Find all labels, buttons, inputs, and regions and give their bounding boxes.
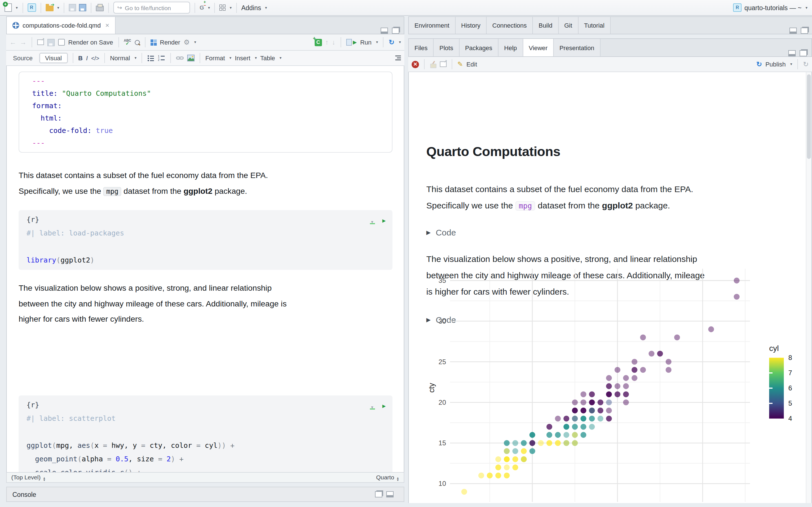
editor-paragraph-2[interactable]: The visualization below shows a positive… — [18, 281, 393, 327]
code-chunk-load-packages[interactable]: {r}#| label: load-packages library(ggplo… — [18, 210, 393, 270]
version-control-icon[interactable]: G+− — [200, 2, 204, 13]
maximize-pane-icon[interactable] — [392, 27, 399, 34]
render-settings-gear-icon[interactable]: ⚙ — [184, 38, 190, 46]
run-caret-icon[interactable]: ▾ — [376, 40, 378, 45]
workspace-panes-icon[interactable] — [220, 2, 226, 13]
version-control-caret-icon[interactable]: ▾ — [208, 5, 210, 10]
format-menu[interactable]: Format — [205, 55, 225, 61]
visual-mode-button[interactable]: Visual — [40, 53, 68, 63]
console-restore-icon[interactable] — [375, 491, 382, 497]
save-all-icon[interactable] — [79, 2, 86, 13]
stop-viewer-icon[interactable]: ✕ — [412, 61, 419, 68]
minimize-pane-icon[interactable] — [788, 50, 796, 56]
print-icon[interactable] — [96, 2, 104, 13]
viewer-scrollbar-thumb[interactable] — [807, 74, 811, 159]
tab-viewer[interactable]: Viewer — [523, 39, 554, 56]
open-file-caret-icon[interactable]: ▾ — [57, 5, 59, 10]
save-icon[interactable] — [69, 2, 76, 13]
back-icon[interactable]: ← — [10, 38, 16, 46]
addins-caret-icon[interactable]: ▾ — [265, 5, 267, 10]
code-chunk-scatterplot[interactable]: {r}#| label: scatterplot ggplot(mpg, aes… — [18, 395, 393, 473]
run-chunks-above-icon[interactable] — [370, 403, 375, 409]
code-fold-toggle-1[interactable]: ▶ Code — [426, 228, 456, 237]
tab-tutorial[interactable]: Tutorial — [578, 17, 611, 34]
data-point — [572, 399, 578, 405]
maximize-pane-icon[interactable] — [801, 27, 808, 34]
minimize-pane-icon[interactable] — [790, 27, 797, 34]
source-publish-icon[interactable]: ↻ — [389, 38, 395, 46]
data-point — [538, 440, 544, 446]
numbered-list-icon[interactable]: 12 — [158, 55, 165, 61]
table-menu-caret-icon[interactable]: ▾ — [280, 56, 282, 60]
bold-button[interactable]: B — [78, 55, 83, 61]
link-icon[interactable] — [176, 55, 184, 61]
code-format-button[interactable]: </> — [91, 55, 99, 61]
publish-button[interactable]: Publish — [765, 61, 786, 68]
tab-history[interactable]: History — [456, 17, 487, 34]
editor-tab-computations-code-fold[interactable]: computations-code-fold.qmd × — [7, 17, 116, 34]
tab-build[interactable]: Build — [533, 17, 559, 34]
bullet-list-icon[interactable] — [147, 55, 154, 61]
table-menu[interactable]: Table — [260, 55, 275, 61]
console-maximize-icon[interactable] — [386, 491, 394, 497]
paragraph-style-caret-icon[interactable]: ▾ — [135, 56, 137, 60]
tab-git[interactable]: Git — [559, 17, 578, 34]
edit-button[interactable]: Edit — [466, 61, 477, 68]
new-file-icon[interactable]: + — [4, 2, 12, 13]
source-publish-caret-icon[interactable]: ▾ — [399, 40, 401, 45]
project-selector[interactable]: R quarto-tutorials — ~ ▾ — [733, 3, 808, 12]
find-replace-icon[interactable] — [135, 40, 140, 45]
tab-environment[interactable]: Environment — [409, 17, 456, 34]
tab-help[interactable]: Help — [499, 39, 523, 56]
publish-caret-icon[interactable]: ▾ — [790, 62, 792, 66]
format-menu-caret-icon[interactable]: ▾ — [230, 56, 232, 60]
addins-button[interactable]: Addins — [241, 4, 261, 11]
new-project-icon[interactable]: R — [28, 2, 36, 13]
close-tab-icon[interactable]: × — [105, 21, 109, 29]
paragraph-style-select[interactable]: Normal — [110, 55, 130, 61]
open-file-icon[interactable] — [45, 2, 53, 13]
outline-toggle-icon[interactable] — [394, 55, 401, 61]
editor-paragraph-1[interactable]: This dataset contains a subset of the fu… — [18, 168, 393, 200]
minimize-pane-icon[interactable] — [380, 27, 388, 34]
run-chunk-icon[interactable]: ▶ — [382, 399, 386, 413]
insert-menu[interactable]: Insert — [235, 55, 250, 61]
data-point — [623, 399, 629, 405]
outline-scope-selector[interactable]: (Top Level)▲▼ — [11, 474, 46, 481]
tab-files[interactable]: Files — [409, 39, 434, 56]
goto-file-function-input[interactable]: ↪ Go to file/function — [113, 2, 190, 13]
tab-connections[interactable]: Connections — [487, 17, 533, 34]
italic-button[interactable]: I — [86, 55, 88, 61]
clear-viewer-icon[interactable] — [430, 61, 437, 68]
render-button[interactable]: Render — [160, 39, 180, 46]
visual-editor-canvas[interactable]: ---title: "Quarto Computations"format: h… — [6, 66, 404, 473]
run-chunk-icon[interactable]: ▶ — [382, 214, 386, 228]
tab-presentation[interactable]: Presentation — [554, 39, 601, 56]
image-icon[interactable] — [187, 55, 195, 61]
run-button[interactable]: Run — [360, 39, 371, 46]
save-doc-icon[interactable] — [47, 37, 55, 48]
render-settings-caret-icon[interactable]: ▾ — [194, 40, 196, 45]
tab-plots[interactable]: Plots — [434, 39, 459, 56]
new-file-caret-icon[interactable]: ▾ — [16, 5, 18, 10]
run-chunks-above-icon[interactable] — [370, 218, 375, 224]
console-pane-header[interactable]: Console — [6, 487, 404, 502]
insert-chunk-icon[interactable]: C — [315, 39, 322, 46]
run-previous-icon[interactable]: ↑ — [325, 38, 329, 46]
viewer-popout-icon[interactable] — [440, 61, 447, 67]
render-on-save-checkbox[interactable] — [58, 39, 65, 46]
data-point — [495, 464, 501, 470]
forward-icon[interactable]: → — [20, 38, 27, 46]
open-in-new-window-icon[interactable] — [37, 40, 44, 45]
spellcheck-icon[interactable]: ABC✓ — [124, 40, 131, 45]
yaml-front-matter-block[interactable]: ---title: "Quarto Computations"format: h… — [18, 71, 393, 153]
workspace-panes-caret-icon[interactable]: ▾ — [230, 5, 232, 10]
tab-packages[interactable]: Packages — [459, 39, 499, 56]
source-mode-button[interactable]: Source — [10, 55, 36, 61]
svg-text:25: 25 — [439, 358, 446, 365]
insert-menu-caret-icon[interactable]: ▾ — [255, 56, 257, 60]
refresh-viewer-icon[interactable]: ↻ — [803, 60, 809, 68]
run-next-icon[interactable]: ↓ — [332, 38, 336, 46]
maximize-pane-icon[interactable] — [800, 50, 807, 56]
file-type-selector[interactable]: Quarto▲▼ — [376, 474, 399, 481]
